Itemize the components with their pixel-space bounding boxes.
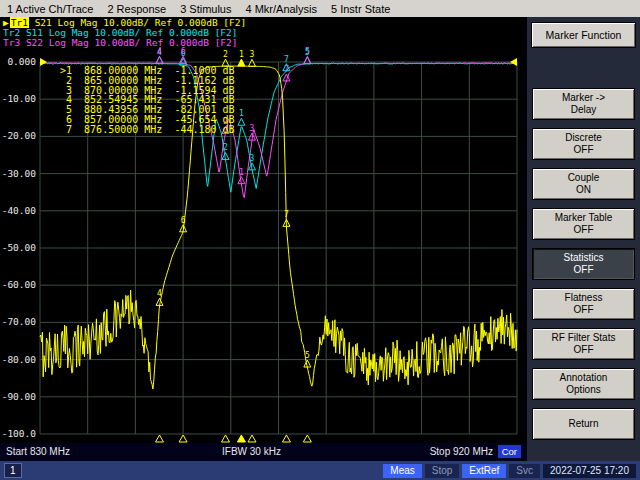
status-extref: ExtRef — [462, 464, 506, 478]
marker-7-number-label: 7 — [284, 65, 289, 74]
softkey-statistics-off[interactable]: StatisticsOFF — [532, 248, 635, 280]
marker-6-number-label: 6 — [181, 47, 186, 56]
softkey-menu-title: Marker Function — [531, 22, 636, 48]
marker-readout-table: >1 868.00000 MHz -1.1000 dB 2 865.00000 … — [60, 66, 235, 135]
marker-4-number-label: 4 — [157, 47, 162, 56]
marker-7-number-label: 7 — [284, 55, 289, 64]
stop-frequency-label: Stop 920 MHz — [430, 446, 493, 457]
marker-7-number-label: 7 — [284, 210, 289, 219]
status-svc: Svc — [509, 464, 540, 478]
y-axis-label: -50.00 — [0, 243, 36, 253]
stimulus-bar: Start 830 MHz IFBW 30 kHz Stop 920 MHz C… — [0, 443, 527, 461]
y-axis-label: -70.00 — [0, 317, 36, 327]
y-axis-label: -30.00 — [0, 169, 36, 179]
status-2022-07-25-17-20: 2022-07-25 17:20 — [543, 464, 636, 478]
status-chips: MeasStopExtRefSvc2022-07-25 17:20 — [383, 464, 636, 478]
softkey-return[interactable]: Return — [532, 408, 635, 440]
menu-2-response[interactable]: 2 Response — [100, 3, 173, 15]
status-meas: Meas — [383, 464, 421, 478]
y-axis-label: -20.00 — [0, 131, 36, 141]
status-bar: 1 MeasStopExtRefSvc2022-07-25 17:20 — [0, 461, 640, 480]
y-axis-label: -100.0 — [0, 429, 36, 439]
ref-level-left-arrow-icon — [40, 58, 47, 66]
softkey-list: Marker ->DelayDiscreteOFFCoupleONMarker … — [527, 88, 640, 440]
softkey-annotation-options[interactable]: AnnotationOptions — [532, 368, 635, 400]
marker-4-number-label: 4 — [157, 289, 162, 298]
softkey-marker-table-off[interactable]: Marker TableOFF — [532, 208, 635, 240]
marker-3-stimulus-indicator-icon[interactable] — [248, 435, 256, 442]
softkey-rf-filter-stats-off[interactable]: RF Filter StatsOFF — [532, 328, 635, 360]
y-axis-label: -40.00 — [0, 206, 36, 216]
menu-5-instr-state[interactable]: 5 Instr State — [324, 3, 397, 15]
marker-2-number-label: 2 — [223, 50, 228, 59]
softkey-flatness-off[interactable]: FlatnessOFF — [532, 288, 635, 320]
softkey-discrete-off[interactable]: DiscreteOFF — [532, 128, 635, 160]
marker-5-stimulus-indicator-icon[interactable] — [303, 435, 311, 442]
channel-indicator: 1 — [4, 463, 22, 478]
marker-1-s11-icon[interactable] — [238, 118, 245, 125]
trace-legend-row-tr3[interactable]: Tr3 S22 Log Mag 10.00dB/ Ref 0.000dB [F2… — [3, 38, 246, 48]
marker-1-stimulus-indicator-icon[interactable] — [237, 435, 245, 442]
marker-1-number-label: 1 — [239, 50, 244, 59]
marker-readout-row-7: 7 876.50000 MHz -44.180 dB — [60, 125, 235, 135]
y-axis-label: -60.00 — [0, 280, 36, 290]
chart-region: ▶Tr1 S21 Log Mag 10.00dB/ Ref 0.000dB [F… — [0, 17, 528, 443]
status-stop: Stop — [425, 464, 460, 478]
marker-3-number-label: 3 — [250, 124, 255, 133]
marker-5-number-label: 5 — [305, 351, 310, 360]
marker-1-s21-icon[interactable] — [238, 59, 245, 66]
menu-3-stimulus[interactable]: 3 Stimulus — [173, 3, 238, 15]
menu-bar: 1 Active Ch/Trace2 Response3 Stimulus4 M… — [0, 0, 640, 18]
marker-3-s21-icon[interactable] — [249, 59, 256, 66]
marker-4-stimulus-indicator-icon[interactable] — [156, 435, 164, 442]
y-axis-label: -80.00 — [0, 355, 36, 365]
marker-6-stimulus-indicator-icon[interactable] — [179, 435, 187, 442]
marker-1-number-label: 1 — [239, 168, 244, 177]
trace-legend: ▶Tr1 S21 Log Mag 10.00dB/ Ref 0.000dB [F… — [3, 18, 246, 48]
ifbw-label: IFBW 30 kHz — [222, 446, 281, 457]
marker-2-number-label: 2 — [223, 143, 228, 152]
y-axis-label: -90.00 — [0, 392, 36, 402]
marker-3-number-label: 3 — [250, 154, 255, 163]
marker-6-number-label: 6 — [181, 216, 186, 225]
correction-badge: Cor — [498, 445, 521, 458]
softkey-couple-on[interactable]: CoupleON — [532, 168, 635, 200]
marker-2-stimulus-indicator-icon[interactable] — [222, 435, 230, 442]
ref-level-right-arrow-icon — [510, 58, 517, 66]
trace-settings-label: S22 Log Mag 10.00dB/ Ref 0.000dB [F2] — [20, 37, 237, 48]
marker-1-number-label: 1 — [239, 109, 244, 118]
marker-5-number-label: 5 — [305, 47, 310, 56]
menu-4-mkr-analysis[interactable]: 4 Mkr/Analysis — [238, 3, 324, 15]
marker-3-number-label: 3 — [250, 50, 255, 59]
start-frequency-label: Start 830 MHz — [6, 446, 70, 457]
softkey-marker-delay[interactable]: Marker ->Delay — [532, 88, 635, 120]
softkey-panel: Marker Function Marker ->DelayDiscreteOF… — [527, 17, 640, 461]
menu-1-active-ch-trace[interactable]: 1 Active Ch/Trace — [0, 3, 100, 15]
y-axis-label: -10.00 — [0, 94, 36, 104]
trace-id-label: Tr3 — [3, 37, 20, 48]
marker-7-stimulus-indicator-icon[interactable] — [282, 435, 290, 442]
y-axis-label: 0.000 — [0, 57, 36, 67]
